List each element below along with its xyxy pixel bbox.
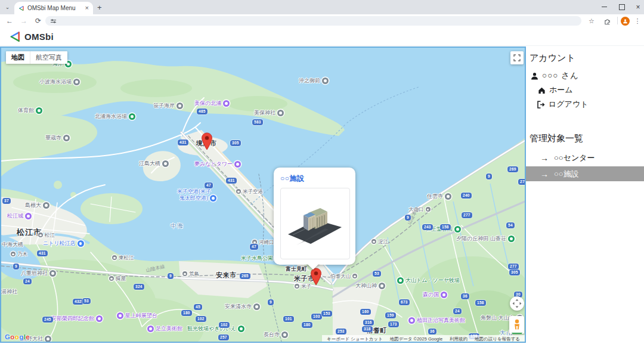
station-icon — [11, 252, 16, 256]
map-label: 長台寺 — [264, 331, 288, 338]
route-shield: 316 — [363, 320, 374, 326]
route-shield: 53 — [82, 298, 91, 304]
route-shield: 485 — [197, 109, 208, 114]
user-name: ○○○ さん — [542, 70, 579, 81]
map-label: 安部榮四郎記念館 — [51, 315, 103, 322]
poi-purple-icon — [147, 326, 154, 332]
home-link[interactable]: ホーム — [526, 83, 644, 97]
fullscreen-button[interactable] — [510, 51, 524, 64]
browser-menu-icon[interactable]: ⋮ — [632, 14, 643, 27]
app-header: OMSbi — [0, 27, 644, 46]
route-shield: 240 — [461, 193, 472, 199]
map-label: 島根大 — [25, 202, 49, 209]
map-type-satellite-button[interactable]: 航空写真 — [30, 51, 67, 64]
poi-gray-icon — [43, 202, 49, 209]
pan-arrows-icon — [510, 296, 524, 311]
attribution-link[interactable]: キーボード ショートカット — [327, 336, 383, 342]
tab-close-icon[interactable]: × — [85, 5, 89, 11]
infowindow-facility-image[interactable] — [280, 188, 350, 259]
map-label: 東松江 — [112, 255, 134, 261]
map-label: 米子空港 — [236, 189, 263, 194]
map-label: 美保の北浦 — [194, 100, 230, 107]
logout-icon — [537, 101, 545, 109]
poi-blue-icon — [210, 195, 216, 202]
map-label: 湯神社 — [1, 289, 17, 295]
route-shield: 431 — [37, 250, 48, 256]
new-tab-button[interactable]: + — [97, 3, 102, 12]
pan-compass-control[interactable] — [510, 296, 524, 311]
station-icon — [236, 189, 241, 194]
route-shield: 158 — [475, 300, 486, 306]
map-label: 夢みなとタワー — [194, 161, 241, 168]
route-shield: 9 — [268, 299, 274, 305]
map-label: 米子空港(米子 — [177, 189, 211, 194]
bookmark-star-icon[interactable]: ☆ — [586, 14, 597, 27]
map-marker-pin[interactable] — [201, 132, 213, 150]
route-shield: 180 — [181, 310, 192, 316]
route-shield: 158 — [440, 224, 451, 230]
station-icon — [295, 284, 299, 289]
route-shield: 269 — [507, 166, 518, 172]
sidebar-item-facility[interactable]: → ○○施設 — [526, 166, 644, 181]
route-shield: 102 — [196, 316, 206, 322]
infowindow-title-link[interactable]: ○○施設 — [280, 174, 350, 184]
route-shield: 153 — [321, 311, 332, 317]
route-shield: 24 — [453, 308, 462, 314]
forward-icon[interactable]: → — [18, 14, 30, 27]
map-label: 沖之御前 — [299, 78, 329, 84]
pegman-control[interactable] — [509, 316, 524, 334]
extensions-icon[interactable] — [602, 14, 612, 27]
map-label: 星上峠展望台 — [117, 312, 157, 319]
attribution-link[interactable]: 利用規約 — [450, 336, 467, 342]
route-shield: 180 — [302, 322, 312, 328]
poi-purple-icon — [117, 312, 123, 319]
poi-gray-icon — [45, 336, 51, 342]
route-shield: 160 — [360, 309, 371, 315]
poi-gray-icon — [379, 283, 385, 289]
poi-gray-icon — [277, 110, 284, 116]
map-label: 八重垣神社 — [21, 270, 56, 277]
map-label: 中海 — [171, 223, 184, 229]
poi-gray-icon — [63, 135, 70, 141]
window-maximize-button[interactable] — [614, 0, 630, 14]
profile-avatar[interactable] — [621, 17, 630, 26]
map-canvas[interactable]: 海岸小波海水浴場沖之御前美保の北浦笹子海岸体育館美保神社北浦海水浴場華蔵寺境港市… — [0, 47, 526, 343]
back-icon[interactable]: ← — [4, 14, 16, 27]
logout-link[interactable]: ログアウト — [526, 97, 644, 111]
map-label: 観光牧場やぎのいえ — [187, 326, 244, 332]
browser-tab[interactable]: OMSbi Map Menu × — [14, 2, 93, 14]
address-bar[interactable] — [45, 16, 581, 26]
route-shield: 276 — [518, 179, 526, 185]
map-label: 安来清水寺 — [225, 303, 260, 310]
tab-search-chevron-icon[interactable]: ⌄ — [3, 3, 12, 12]
reload-icon[interactable]: ⟳ — [32, 14, 44, 27]
route-shield: 101 — [283, 316, 294, 322]
map-label: 足立美術館 — [147, 326, 182, 332]
map-type-map-button[interactable]: 地図 — [6, 51, 30, 64]
attribution-link[interactable]: 地図データ ©2025 Google — [390, 336, 442, 342]
sidebar-item-center[interactable]: → ○○センター — [526, 150, 644, 165]
sidebar-item-label: ○○施設 — [554, 169, 579, 179]
home-label: ホーム — [549, 85, 573, 95]
route-shield: 173 — [388, 321, 399, 327]
address-bar-tune-icon — [50, 18, 57, 24]
window-close-button[interactable]: × — [630, 0, 644, 14]
map-label: 森の国 — [423, 292, 447, 298]
map-label: 乃木 — [11, 252, 27, 257]
attribution-link[interactable]: 地図の誤りを報告する — [475, 336, 520, 342]
route-shield: 265 — [240, 273, 250, 279]
logout-label: ログアウト — [549, 99, 589, 110]
station-icon — [182, 271, 187, 276]
omsbi-logo-icon — [10, 31, 21, 42]
map-label: 伯耆大山 — [330, 274, 357, 279]
managed-list-heading: 管理対象一覧 — [526, 127, 644, 144]
poi-gray-icon — [49, 270, 56, 277]
poi-gray-icon — [162, 160, 169, 167]
window-minimize-button[interactable] — [596, 0, 612, 14]
route-shield: 36 — [428, 329, 436, 334]
route-shield: 9 — [13, 264, 19, 269]
route-shield: 245 — [42, 317, 53, 323]
route-shield: 9 — [486, 174, 492, 179]
map-label: 大山トム・ソーヤ牧場 — [397, 277, 460, 284]
map-label: 揖屋 — [109, 276, 126, 281]
